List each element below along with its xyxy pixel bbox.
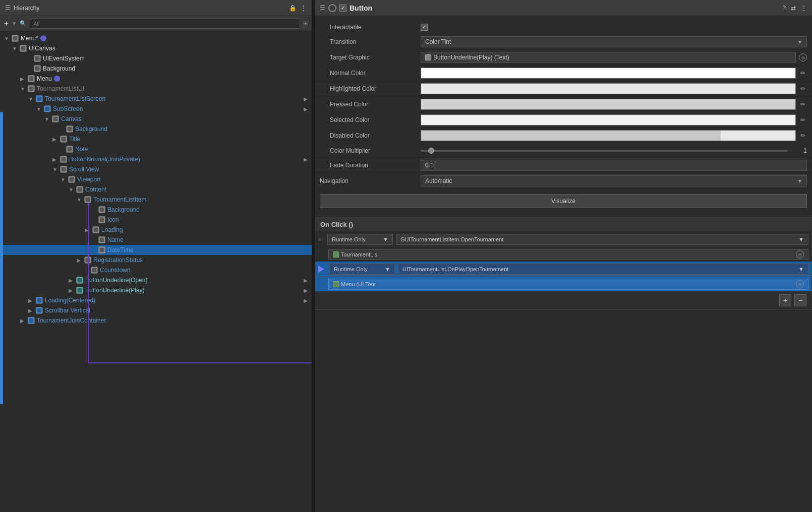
tree-item-scrollbarvertical[interactable]: ▶ Scrollbar Vertical <box>0 305 312 315</box>
tree-item-uieventsystem[interactable]: ▶ UIEventSystem <box>0 53 312 63</box>
object-ref-1[interactable]: Menu (UI Tour ◎ <box>328 279 808 290</box>
tree-item-background2[interactable]: ▶ Background <box>0 124 312 134</box>
fade-duration-label: Fade Duration <box>320 162 421 169</box>
interactable-checkbox[interactable]: ✓ <box>421 24 428 31</box>
normal-color-field[interactable] <box>421 68 796 79</box>
label-scrollview: Scroll View <box>69 166 99 173</box>
highlighted-color-field[interactable] <box>421 83 796 94</box>
cube-icon-buttonunderlineplay <box>76 286 84 294</box>
inspector-content: Interactable ✓ Transition Color Tint ▼ T… <box>315 16 812 512</box>
tree-item-background3[interactable]: ▶ Background <box>0 205 312 215</box>
navigation-dropdown[interactable]: Automatic ▼ <box>421 175 807 186</box>
add-onclick-button[interactable]: + <box>779 294 791 306</box>
target-graphic-pick[interactable]: ◎ <box>799 53 807 61</box>
component-enabled-checkbox[interactable]: ✓ <box>339 5 346 12</box>
color-multiplier-track[interactable] <box>421 150 788 152</box>
label-countdown: Countdown <box>100 267 131 274</box>
color-multiplier-thumb[interactable] <box>428 148 434 154</box>
function-dropdown-1[interactable]: UITournamentList.OnPlayOpenTournament ▼ <box>398 264 808 275</box>
panel-separator[interactable] <box>313 0 315 512</box>
runtime-dropdown-0[interactable]: Runtime Only ▼ <box>327 234 393 245</box>
pressed-color-label: Pressed Color <box>320 101 421 108</box>
panel-menu-icon: ☰ <box>320 5 325 12</box>
tree-item-content[interactable]: ▼ Content <box>0 184 312 195</box>
tree-item-tournamentlistscreen[interactable]: ▼ TournamentListScreen ▶ <box>0 94 312 104</box>
transition-dropdown[interactable]: Color Tint ▼ <box>421 36 807 47</box>
svg-rect-27 <box>62 167 66 171</box>
tree-item-buttonnormal[interactable]: ▶ ButtonNormal(JoinPrivate) ▶ <box>0 154 312 164</box>
arrow-loadingcentered: ▶ <box>28 298 35 303</box>
tree-item-registrationstatus[interactable]: ▶ RegistrationStatus <box>0 255 312 265</box>
selected-color-pick[interactable]: ✏ <box>799 116 807 124</box>
tree-item-uicanvas[interactable]: ▼ UICanvas <box>0 43 312 53</box>
pressed-color-pick[interactable]: ✏ <box>799 100 807 108</box>
search-icon: 🔍 <box>20 20 27 27</box>
search-settings-icon[interactable]: ⊞ <box>303 20 308 27</box>
normal-color-pick[interactable]: ✏ <box>799 69 807 77</box>
arrow-uicanvas: ▼ <box>12 46 19 51</box>
runtime-value-1: Runtime Only <box>334 266 368 272</box>
add-dropdown-arrow[interactable]: ▼ <box>12 21 17 26</box>
cube-icon-background <box>33 65 41 73</box>
tree-item-name[interactable]: ▶ Name <box>0 235 312 245</box>
selected-color-field[interactable] <box>421 114 796 125</box>
drag-handle-0[interactable]: ≡ <box>318 237 324 242</box>
tree-item-countdown[interactable]: ▶ Countdown <box>0 265 312 275</box>
inspector-header-left: ☰ ✓ Button <box>320 4 372 12</box>
fade-duration-field[interactable] <box>421 160 807 171</box>
help-icon[interactable]: ? <box>782 5 786 12</box>
object-ref-0[interactable]: TournamentLis ◎ <box>328 249 808 260</box>
fade-duration-row: Fade Duration <box>315 158 812 173</box>
disabled-color-pick[interactable]: ✏ <box>799 132 807 140</box>
visualize-button[interactable]: Visualize <box>320 194 807 208</box>
tree-item-tournamentlistitem[interactable]: ▼ TournamentListItem <box>0 195 312 205</box>
tree-item-scrollview[interactable]: ▼ Scroll View <box>0 164 312 174</box>
label-note: Note <box>75 146 88 153</box>
tree-item-note[interactable]: ▶ Note <box>0 144 312 154</box>
svg-rect-23 <box>68 147 72 151</box>
remove-onclick-button[interactable]: − <box>794 294 806 306</box>
object-icon-1 <box>333 281 339 287</box>
tree-item-icon[interactable]: ▶ Icon <box>0 215 312 225</box>
tree-item-menu[interactable]: ▼ Menu* <box>0 33 312 43</box>
pressed-color-field[interactable] <box>421 99 796 110</box>
cube-icon-canvas <box>51 115 60 123</box>
tree-item-title[interactable]: ▶ Title <box>0 134 312 144</box>
right-arrow-tournamentlistscreen: ▶ <box>304 96 308 102</box>
disabled-color-row: Disabled Color ✏ <box>315 128 812 144</box>
svg-rect-7 <box>35 67 39 71</box>
label-canvas: Canvas <box>61 115 82 122</box>
target-graphic-field[interactable]: ButtonUnderline(Play) (Text) <box>421 52 796 63</box>
adjust-icon[interactable]: ⇄ <box>791 5 796 12</box>
tree-item-buttonunderlineplay[interactable]: ▶ ButtonUnderline(Play) ▶ <box>0 285 312 295</box>
visualize-section: Visualize <box>315 189 812 213</box>
tree-item-loading[interactable]: ▶ Loading <box>0 225 312 235</box>
tree-item-tournamentlistui[interactable]: ▼ TournamentListUI <box>0 84 312 94</box>
object-pick-0[interactable]: ◎ <box>796 250 804 259</box>
tree-item-datetime[interactable]: ▶ DateTime <box>0 245 312 255</box>
object-pick-1[interactable]: ◎ <box>796 280 804 288</box>
tree-item-background[interactable]: ▶ Background <box>0 63 312 74</box>
tree-item-loadingcentered[interactable]: ▶ Loading(Centered) ▶ <box>0 295 312 305</box>
more-options-icon[interactable]: ⋮ <box>801 5 807 12</box>
disabled-color-field[interactable] <box>421 130 796 141</box>
tree-item-subscreen[interactable]: ▼ SubScreen ▶ <box>0 104 312 114</box>
hierarchy-title-row: ☰ Hierarchy <box>5 5 39 12</box>
lock-icon[interactable]: 🔒 <box>289 5 297 12</box>
function-arrow-0: ▼ <box>798 236 804 242</box>
inspector-header-icons: ? ⇄ ⋮ <box>782 5 807 12</box>
runtime-dropdown-1[interactable]: Runtime Only ▼ <box>329 264 395 275</box>
hierarchy-search[interactable] <box>30 19 300 29</box>
add-button[interactable]: + <box>4 19 9 28</box>
label-registrationstatus: RegistrationStatus <box>93 257 143 264</box>
highlighted-color-pick[interactable]: ✏ <box>799 85 807 93</box>
cube-icon-tournamentlistscreen <box>35 95 43 103</box>
tree-item-canvas[interactable]: ▼ Canvas <box>0 114 312 124</box>
tree-item-menu2[interactable]: ▶ Menu <box>0 74 312 84</box>
tree-item-buttonunderlineopen[interactable]: ▶ ButtonUnderline(Open) ▶ <box>0 275 312 285</box>
tree-item-tournamentjoincontainer[interactable]: ▶ TournamentJoinContainer <box>0 315 312 326</box>
function-dropdown-0[interactable]: GUITournamentListItem.OpenTournament ▼ <box>396 234 808 245</box>
more-icon[interactable]: ⋮ <box>301 5 307 12</box>
tree-item-viewport[interactable]: ▼ Viewport <box>0 174 312 184</box>
color-multiplier-label: Color Multiplier <box>320 147 421 154</box>
